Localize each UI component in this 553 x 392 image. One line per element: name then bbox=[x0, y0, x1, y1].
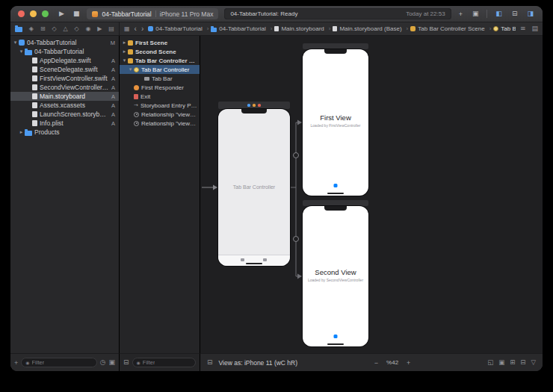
scheme-selector[interactable]: 04-TabbarTutorial iPhone 11 Pro Max bbox=[87, 8, 218, 19]
breadcrumb-storyboard-base[interactable]: Main.storyboard (Base) bbox=[333, 25, 408, 32]
disclosure-triangle[interactable]: ▸ bbox=[18, 130, 25, 135]
breadcrumb-scene[interactable]: Tab Bar Controller Scene bbox=[410, 25, 491, 32]
zoom-out-button[interactable]: − bbox=[374, 359, 378, 367]
file-row-main-storyboard[interactable]: Main.storyboard A bbox=[10, 92, 119, 101]
zoom-level[interactable]: %42 bbox=[386, 359, 398, 366]
breadcrumb-view-controller[interactable]: Tab Bar Controller bbox=[493, 25, 516, 32]
library-plus-button[interactable]: + bbox=[457, 10, 464, 18]
first-view-scene[interactable]: First View Loaded by FirstViewController bbox=[303, 49, 368, 196]
source-control-status-icon[interactable]: ▣ bbox=[108, 359, 115, 366]
first-responder-dock-icon[interactable] bbox=[253, 104, 256, 107]
relationship-segue-badge-first[interactable] bbox=[294, 153, 299, 158]
test-navigator-icon[interactable]: ◇ bbox=[74, 26, 78, 32]
pin-constraints-icon[interactable]: ⊟ bbox=[520, 359, 525, 366]
add-file-button[interactable]: + bbox=[14, 359, 18, 367]
project-row[interactable]: ▾ 04-TabbarTutorial M bbox=[10, 38, 119, 47]
recent-files-icon[interactable]: ◷ bbox=[100, 359, 106, 366]
outline-row-relationship-2[interactable]: Relationship "view contr… bbox=[120, 119, 200, 128]
toggle-inspector-icon[interactable]: ◨ bbox=[525, 10, 535, 17]
file-row-appdelegate[interactable]: AppDelegate.swift A bbox=[10, 56, 119, 65]
report-navigator-icon[interactable]: ▤ bbox=[108, 26, 114, 32]
run-button[interactable]: ▶ bbox=[58, 10, 66, 17]
hide-document-outline-icon[interactable]: ⊟ bbox=[123, 359, 129, 366]
disclosure-triangle[interactable]: ▸ bbox=[121, 40, 128, 46]
breadcrumb-group[interactable]: 04-TabbarTutorial bbox=[211, 25, 272, 32]
scene-dock-second-view[interactable] bbox=[303, 200, 368, 206]
find-navigator-icon[interactable]: ◇ bbox=[52, 26, 56, 32]
file-name: 04-TabbarTutorial bbox=[27, 39, 108, 46]
outline-row-tabbar-scene[interactable]: ▾ Tab Bar Controller Scene bbox=[120, 56, 200, 65]
stop-button[interactable]: ■ bbox=[72, 10, 81, 17]
outline-row-first-scene[interactable]: ▸ First Scene bbox=[120, 38, 200, 47]
breakpoint-navigator-icon[interactable]: ▶ bbox=[97, 26, 102, 32]
go-back-icon[interactable]: ‹ bbox=[135, 25, 137, 33]
disclosure-triangle[interactable]: ▾ bbox=[18, 49, 25, 55]
file-row-assets[interactable]: Assets.xcassets A bbox=[10, 101, 119, 110]
file-row-firstviewcontroller[interactable]: FirstViewController.swift A bbox=[10, 74, 119, 83]
align-icon[interactable]: ⊞ bbox=[510, 359, 515, 366]
selected-tab-item[interactable] bbox=[334, 184, 338, 187]
close-window-button[interactable] bbox=[18, 10, 25, 17]
view-controller-dock-icon[interactable] bbox=[247, 104, 250, 107]
filter-placeholder: Filter bbox=[143, 359, 155, 366]
embed-in-icon[interactable]: ▣ bbox=[498, 359, 504, 366]
outline-row-tab-bar[interactable]: Tab Bar bbox=[120, 74, 200, 83]
issue-navigator-icon[interactable]: △ bbox=[63, 26, 67, 32]
tab-bar-item-2[interactable] bbox=[263, 258, 267, 261]
disclosure-triangle[interactable]: ▾ bbox=[127, 67, 134, 72]
outline-filter-input[interactable]: ◉ Filter bbox=[132, 358, 196, 367]
second-view-scene[interactable]: Second View Loaded by SecondViewControll… bbox=[303, 206, 368, 346]
breadcrumb-storyboard[interactable]: Main.storyboard bbox=[274, 25, 330, 32]
first-view-subtitle: Loaded by FirstViewController bbox=[303, 123, 368, 128]
file-row-secondviewcontroller[interactable]: SecondViewController.swift A bbox=[10, 83, 119, 92]
source-control-badge: A bbox=[109, 93, 115, 100]
go-forward-icon[interactable]: › bbox=[141, 25, 143, 33]
outline-row-entry-point[interactable]: → Storyboard Entry Point bbox=[120, 101, 200, 110]
code-review-icon[interactable]: ▣ bbox=[471, 10, 481, 17]
tab-bar-controller-scene[interactable]: Tab Bar Controller bbox=[218, 109, 290, 266]
group-row[interactable]: ▾ 04-TabbarTutorial bbox=[10, 47, 119, 56]
disclosure-triangle[interactable]: ▾ bbox=[121, 58, 128, 63]
iphone-notch bbox=[324, 206, 347, 211]
symbol-navigator-icon[interactable]: ⊞ bbox=[40, 26, 46, 32]
zoom-window-button[interactable] bbox=[42, 10, 49, 17]
project-navigator-icon[interactable] bbox=[15, 27, 22, 32]
storyboard-canvas[interactable]: Tab Bar Controller First View Loaded by … bbox=[200, 36, 543, 353]
file-row-infoplist[interactable]: Info.plist A bbox=[10, 119, 119, 128]
relationship-segue-line[interactable] bbox=[290, 122, 297, 276]
resolve-auto-layout-icon[interactable]: ▽ bbox=[531, 359, 536, 366]
outline-row-exit[interactable]: Exit bbox=[120, 92, 200, 101]
outline-row-second-scene[interactable]: ▸ Second Scene bbox=[120, 47, 200, 56]
disclosure-triangle[interactable]: ▾ bbox=[12, 40, 19, 46]
related-items-icon[interactable]: ▦ bbox=[124, 26, 130, 32]
file-name: Info.plist bbox=[40, 119, 109, 127]
toggle-outline-icon[interactable]: ⊟ bbox=[207, 359, 213, 366]
tab-bar-item-1[interactable] bbox=[241, 258, 244, 261]
outline-row-first-responder[interactable]: First Responder bbox=[120, 83, 200, 92]
editor-options-icon[interactable]: ≡ bbox=[520, 25, 526, 32]
file-row-launchscreen[interactable]: LaunchScreen.storyboard A bbox=[10, 110, 119, 119]
relationship-segue-badge-second[interactable] bbox=[294, 237, 299, 242]
scene-dock-first-view[interactable] bbox=[303, 43, 368, 49]
outline-row-tab-bar-controller[interactable]: ▾ Tab Bar Controller bbox=[120, 65, 200, 74]
navigator-filter-input[interactable]: ◉ Filter bbox=[21, 358, 96, 367]
source-control-navigator-icon[interactable]: ◈ bbox=[29, 26, 34, 32]
selected-tab-item[interactable] bbox=[334, 335, 338, 338]
zoom-in-button[interactable]: + bbox=[407, 359, 410, 367]
view-as-device-button[interactable]: View as: iPhone 11 (wC hR) bbox=[219, 359, 298, 367]
group-row-products[interactable]: ▸ Products bbox=[10, 128, 119, 137]
exit-dock-icon[interactable] bbox=[258, 104, 261, 107]
outline-row-relationship-1[interactable]: Relationship "view contr… bbox=[120, 110, 200, 119]
editor-layout-icon[interactable]: ▤ bbox=[531, 25, 538, 32]
toggle-debug-area-icon[interactable]: ⊟ bbox=[510, 10, 519, 17]
project-file-icon bbox=[19, 40, 25, 46]
minimize-window-button[interactable] bbox=[30, 10, 37, 17]
disclosure-triangle[interactable]: ▸ bbox=[121, 49, 128, 55]
file-row-scenedelegate[interactable]: SceneDelegate.swift A bbox=[10, 65, 119, 74]
breadcrumb-project[interactable]: 04-TabbarTutorial bbox=[148, 25, 208, 32]
debug-navigator-icon[interactable]: ◉ bbox=[85, 26, 90, 32]
scene-dock-tab-bar-controller[interactable] bbox=[218, 102, 290, 109]
toggle-navigator-icon[interactable]: ◧ bbox=[494, 10, 504, 17]
update-frames-icon[interactable]: ◱ bbox=[487, 359, 493, 366]
relationship-segue-icon bbox=[134, 112, 139, 117]
